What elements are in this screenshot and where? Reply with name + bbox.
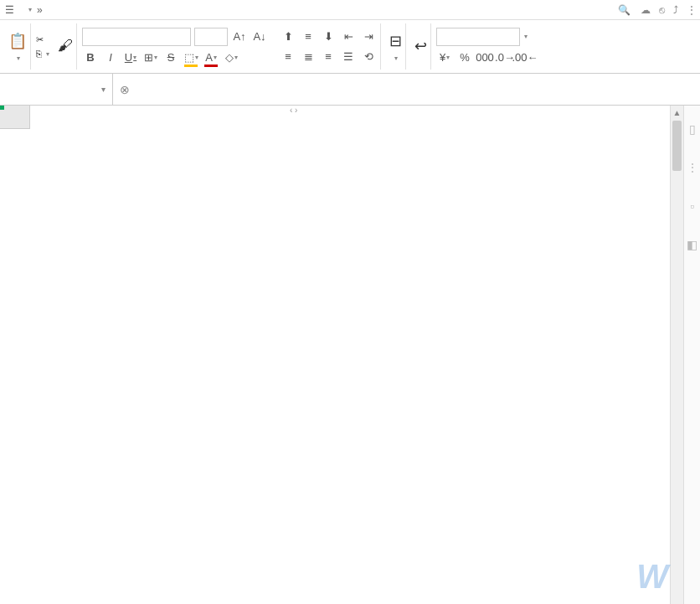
share-icon[interactable]: ⤴ — [673, 4, 678, 16]
wrap-text-button[interactable]: ↩ — [414, 37, 427, 57]
number-format-select[interactable] — [436, 28, 520, 46]
search-box[interactable]: 🔍 — [618, 4, 634, 16]
menu-bar: ☰ ▾ » 🔍 ☁ ⎋ ⤴ ⋮ — [0, 0, 700, 20]
align-middle-button[interactable]: ≡ — [300, 28, 317, 45]
border-button[interactable]: ⊞▾ — [142, 49, 159, 66]
cancel-formula-icon[interactable]: ⊗ — [120, 83, 130, 96]
scroll-up-icon[interactable]: ▲ — [671, 106, 683, 119]
justify-button[interactable]: ☰ — [340, 49, 357, 65]
paste-button[interactable]: 📋 ▾ — [8, 32, 27, 62]
side-panel: ▯ ⋮ ▫ ◧ — [683, 106, 700, 604]
align-bottom-button[interactable]: ⬇ — [320, 28, 337, 45]
align-right-button[interactable]: ≡ — [320, 49, 337, 65]
percent-button[interactable]: % — [456, 49, 473, 66]
increase-font-button[interactable]: A↑ — [231, 28, 248, 45]
decrease-decimal-button[interactable]: .00← — [517, 49, 533, 66]
scissors-icon: ✂ — [36, 34, 44, 45]
increase-decimal-button[interactable]: .0→ — [497, 49, 513, 66]
italic-button[interactable]: I — [102, 49, 119, 66]
cut-button[interactable]: ✂ — [36, 34, 49, 45]
select-all-corner[interactable] — [0, 106, 30, 129]
side-panel-icon-3[interactable]: ▫ — [690, 199, 694, 213]
column-headers: ‹ › — [30, 106, 670, 129]
menu-right: 🔍 ☁ ⎋ ⤴ ⋮ — [618, 4, 697, 16]
sheet-area: ‹ › ▲ ▼ ▯ ⋮ ▫ ◧ — [0, 106, 700, 604]
kebab-icon[interactable]: ⋮ — [687, 4, 697, 16]
vertical-scrollbar[interactable]: ▲ ▼ — [670, 106, 683, 604]
file-menu[interactable] — [18, 8, 24, 12]
file-dropdown-icon[interactable]: ▾ — [27, 6, 33, 13]
clear-format-button[interactable]: ◇▾ — [223, 49, 239, 66]
underline-button[interactable]: U▾ — [122, 49, 139, 66]
formula-bar: ▾ ⊗ — [0, 74, 700, 106]
font-name-select[interactable] — [82, 28, 191, 46]
brush-icon: 🖌 — [58, 37, 73, 54]
ribbon: 📋 ▾ ✂ ⎘▾ 🖌 A↑ A↓ B I U▾ ⊞▾ S ⬚▾ A▾ ◇▾ — [0, 20, 700, 74]
currency-button[interactable]: ¥▾ — [436, 49, 453, 66]
column-expand-icon[interactable]: ‹ › — [290, 106, 297, 115]
font-size-select[interactable] — [194, 28, 228, 46]
hamburger-icon[interactable]: ☰ — [3, 4, 16, 16]
align-center-button[interactable]: ≣ — [300, 49, 317, 65]
wrap-icon: ↩ — [414, 37, 427, 55]
indent-decrease-button[interactable]: ⇤ — [340, 28, 357, 45]
indent-increase-button[interactable]: ⇥ — [360, 28, 377, 45]
decrease-font-button[interactable]: A↓ — [251, 28, 268, 45]
cell-reference-input[interactable] — [7, 82, 74, 97]
font-color-button[interactable]: A▾ — [203, 49, 219, 66]
name-box-dropdown-icon[interactable]: ▾ — [101, 85, 106, 94]
comma-button[interactable]: 000 — [476, 49, 493, 66]
merge-center-button[interactable]: ⊟ ▾ — [389, 32, 402, 62]
copy-icon: ⎘ — [36, 49, 42, 59]
format-painter-button[interactable]: 🖌 — [58, 37, 73, 56]
fill-color-button[interactable]: ⬚▾ — [183, 49, 199, 66]
more-icon[interactable]: » — [35, 4, 44, 16]
merge-icon: ⊟ — [389, 32, 402, 50]
side-panel-icon-1[interactable]: ▯ — [689, 122, 696, 136]
strike-button[interactable]: S — [162, 49, 179, 66]
side-panel-icon-2[interactable]: ⋮ — [687, 161, 698, 174]
scrollbar-thumb[interactable] — [672, 121, 682, 171]
name-box[interactable]: ▾ — [0, 74, 113, 105]
copy-button[interactable]: ⎘▾ — [36, 49, 49, 59]
notification-icon[interactable]: ⎋ — [659, 4, 665, 16]
side-panel-icon-4[interactable]: ◧ — [687, 238, 697, 251]
clipboard-icon: 📋 — [8, 32, 27, 50]
orientation-button[interactable]: ⟲ — [360, 49, 377, 65]
search-icon: 🔍 — [618, 4, 631, 16]
align-top-button[interactable]: ⬆ — [280, 28, 296, 45]
align-left-button[interactable]: ≡ — [280, 49, 296, 65]
spreadsheet-grid[interactable]: ‹ › — [0, 106, 670, 604]
cloud-icon[interactable]: ☁ — [641, 4, 651, 16]
bold-button[interactable]: B — [82, 49, 99, 66]
